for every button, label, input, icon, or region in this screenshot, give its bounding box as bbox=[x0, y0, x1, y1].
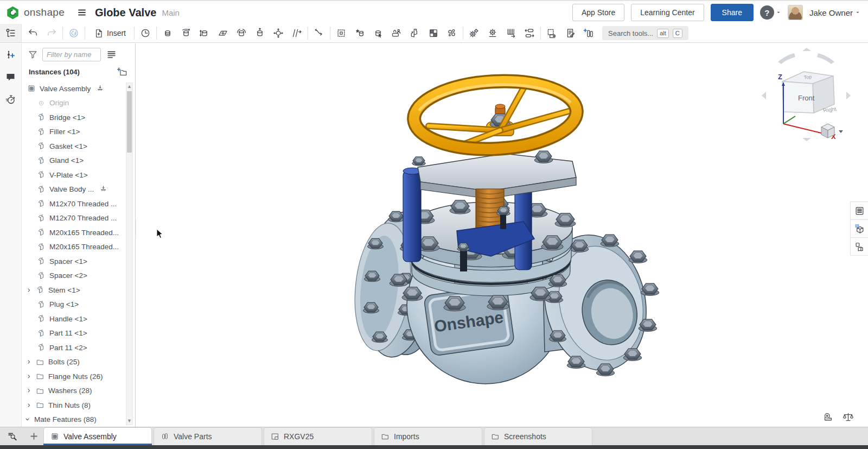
tree-item[interactable]: Stem <1> bbox=[22, 283, 126, 298]
add-tab-icon[interactable] bbox=[24, 427, 43, 445]
element-tab-imports[interactable]: Imports bbox=[374, 427, 482, 445]
tree-scrollbar[interactable]: ▲ ▼ bbox=[126, 83, 133, 425]
tree-item[interactable]: Part 11 <2> bbox=[22, 340, 126, 355]
revolute-mate-button[interactable] bbox=[177, 25, 195, 41]
tree-item[interactable]: Flange Nuts (26) bbox=[22, 369, 126, 384]
tree-item[interactable]: Origin bbox=[22, 96, 126, 111]
insert-in-context-button[interactable] bbox=[406, 25, 424, 41]
planar-mate-button[interactable] bbox=[214, 25, 232, 41]
feature-list-toggle-icon[interactable] bbox=[0, 24, 22, 42]
favorite-part-button[interactable] bbox=[350, 25, 369, 41]
document-menu-icon[interactable] bbox=[74, 5, 90, 20]
measure-icon[interactable] bbox=[822, 411, 834, 423]
tree-item[interactable]: Plug <1> bbox=[22, 298, 126, 312]
element-tab-valve-parts[interactable]: Valve Parts bbox=[154, 427, 262, 445]
tree-item[interactable]: Part 11 <1> bbox=[22, 326, 126, 341]
share-button[interactable]: Share bbox=[711, 4, 754, 21]
tree-item[interactable]: Valve Body ... bbox=[22, 182, 126, 197]
chevron-right-icon[interactable] bbox=[26, 388, 36, 394]
replicate-button[interactable] bbox=[387, 25, 406, 41]
slider-mate-button[interactable] bbox=[195, 25, 214, 41]
tree-item[interactable]: Gland <1> bbox=[22, 154, 126, 168]
help-icon[interactable]: ? bbox=[760, 5, 774, 20]
chevron-right-icon[interactable] bbox=[26, 287, 36, 293]
view-options-icon[interactable] bbox=[821, 124, 843, 138]
view-cube-top-label[interactable]: Top bbox=[803, 74, 812, 80]
help-menu[interactable]: ? bbox=[760, 5, 781, 20]
chevron-right-icon[interactable] bbox=[26, 402, 36, 408]
tree-item[interactable]: M20x165 Threaded... bbox=[22, 225, 126, 240]
path-relation-button[interactable] bbox=[310, 25, 328, 41]
drawing-note-button[interactable] bbox=[561, 25, 579, 41]
insert-new-element-button[interactable] bbox=[3, 47, 19, 63]
list-view-icon[interactable] bbox=[106, 49, 117, 60]
versions-history-button[interactable] bbox=[3, 91, 19, 107]
tree-item[interactable]: M12x70 Threaded ... bbox=[22, 197, 126, 211]
tree-item[interactable]: M12x70 Threaded ... bbox=[22, 211, 126, 226]
exploded-view-button[interactable] bbox=[443, 25, 461, 41]
folder-icon bbox=[381, 432, 390, 441]
scroll-down-arrow[interactable]: ▼ bbox=[126, 418, 132, 425]
create-folder-icon[interactable] bbox=[117, 67, 127, 77]
tree-item[interactable]: Gasket <1> bbox=[22, 139, 126, 154]
display-states-button[interactable] bbox=[424, 25, 443, 41]
scroll-up-arrow[interactable]: ▲ bbox=[126, 83, 132, 90]
bom-panel-tab[interactable] bbox=[850, 201, 868, 220]
comments-button[interactable] bbox=[3, 69, 19, 85]
configurations-panel-tab[interactable] bbox=[850, 219, 868, 238]
chevron-right-icon[interactable] bbox=[26, 374, 36, 380]
user-menu[interactable]: Jake Owner bbox=[809, 8, 860, 17]
view-cube-front-label[interactable]: Front bbox=[798, 94, 815, 102]
tabparts-icon bbox=[161, 432, 169, 441]
element-tab-screenshots[interactable]: Screenshots bbox=[484, 427, 592, 445]
cylindrical-mate-button[interactable] bbox=[269, 25, 288, 41]
sync-document-button[interactable] bbox=[65, 25, 83, 41]
tree-item[interactable]: Thin Nuts (8) bbox=[22, 398, 126, 413]
scrollbar-thumb[interactable] bbox=[127, 91, 132, 153]
select-part-button[interactable] bbox=[369, 25, 387, 41]
ball-mate-button[interactable] bbox=[232, 25, 251, 41]
box-select-button[interactable] bbox=[332, 25, 350, 41]
tree-item[interactable]: Washers (28) bbox=[22, 384, 126, 399]
gear-relation-button[interactable] bbox=[465, 25, 483, 41]
element-tab-rxgv25[interactable]: RXGV25 bbox=[264, 427, 372, 445]
tree-item[interactable]: Handle <1> bbox=[22, 312, 126, 326]
parallel-mate-button[interactable] bbox=[288, 25, 306, 41]
mass-properties-icon[interactable] bbox=[842, 411, 854, 423]
tree-item[interactable]: V-Plate <1> bbox=[22, 168, 126, 182]
section-view-button[interactable] bbox=[542, 25, 561, 41]
search-tabs-icon[interactable] bbox=[0, 427, 24, 445]
tree-item[interactable]: Spacer <2> bbox=[22, 269, 126, 283]
chevron-right-icon[interactable] bbox=[26, 359, 36, 365]
tree-item[interactable]: Spacer <1> bbox=[22, 254, 126, 269]
tree-item[interactable]: M20x165 Threaded... bbox=[22, 240, 126, 255]
tree-item[interactable]: Valve Assembly bbox=[22, 81, 126, 96]
learning-center-button[interactable]: Learning Center bbox=[631, 4, 704, 21]
pin-slot-mate-button[interactable] bbox=[251, 25, 269, 41]
tree-item[interactable]: Filler <1> bbox=[22, 125, 126, 140]
tree-item[interactable]: Mate Features (88) bbox=[22, 413, 126, 427]
fastened-mate-button[interactable] bbox=[158, 25, 177, 41]
filter-icon[interactable] bbox=[28, 49, 38, 60]
view-cube[interactable]: Front Top Right Z X bbox=[757, 48, 855, 141]
rack-pinion-relation-button[interactable] bbox=[502, 25, 520, 41]
insert-button[interactable]: Insert bbox=[87, 25, 132, 41]
filter-input[interactable] bbox=[42, 48, 101, 61]
appearance-panel-tab[interactable] bbox=[850, 237, 868, 256]
avatar[interactable] bbox=[788, 5, 803, 20]
sprocket-relation-button[interactable] bbox=[483, 25, 502, 41]
view-cube-right-label[interactable]: Right bbox=[822, 106, 838, 113]
bill-of-materials-button[interactable] bbox=[579, 25, 598, 41]
named-views-button[interactable] bbox=[136, 25, 155, 41]
onshape-logo[interactable]: onshape bbox=[5, 5, 65, 20]
tree-item[interactable]: Bolts (25) bbox=[22, 355, 126, 370]
tree-item[interactable]: Bridge <1> bbox=[22, 110, 126, 125]
undo-button[interactable] bbox=[24, 25, 42, 41]
chevron-down-icon[interactable] bbox=[24, 416, 34, 422]
redo-button[interactable] bbox=[42, 25, 61, 41]
swap-instances-button[interactable] bbox=[520, 25, 539, 41]
search-tools[interactable]: Search tools... altC bbox=[602, 26, 688, 40]
workspace-name[interactable]: Main bbox=[162, 8, 180, 17]
app-store-button[interactable]: App Store bbox=[572, 4, 624, 21]
element-tab-valve-assembly[interactable]: Valve Assembly bbox=[43, 427, 152, 445]
